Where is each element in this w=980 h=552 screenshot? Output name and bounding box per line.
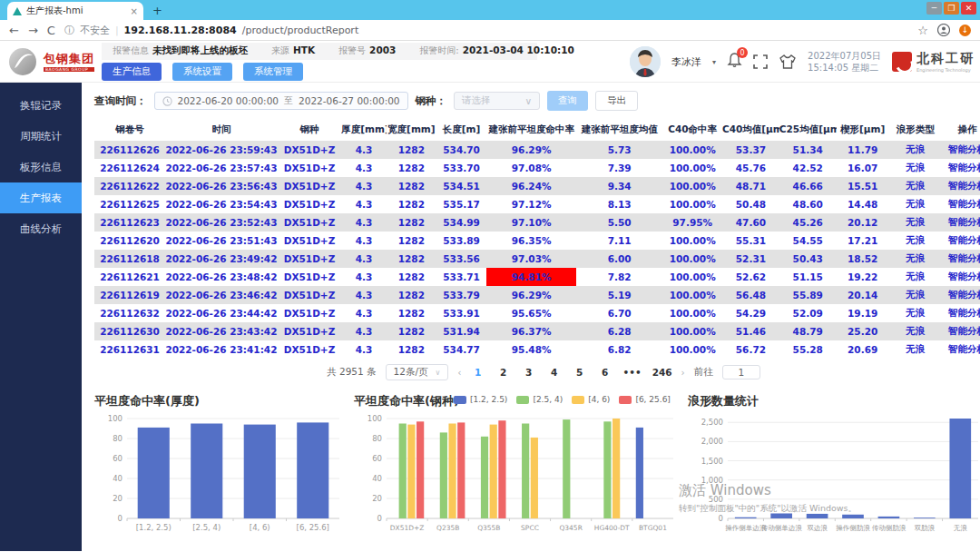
avatar[interactable] [630,46,661,77]
table-cell: 100.00% [662,177,722,195]
page-number-•••[interactable]: ••• [623,367,642,378]
user-caret-icon[interactable]: ▾ [712,58,716,66]
svg-text:0: 0 [719,514,723,523]
fullscreen-icon[interactable] [753,54,768,69]
table-cell: 1282 [387,286,436,304]
next-page-button[interactable]: › [681,367,685,378]
page-number-3[interactable]: 3 [522,367,536,378]
alarm-info: 报警信息未找到即将上线的板坯 [113,44,248,57]
svg-text:80: 80 [113,434,122,443]
sidebar-item-3[interactable]: 生产报表 [0,182,82,213]
forward-icon[interactable]: → [28,24,38,37]
table-cell: 534.51 [436,177,486,195]
table-cell: 无浪 [889,232,942,250]
page-number-2[interactable]: 2 [496,367,511,378]
legend-item[interactable]: [6, 25.6] [619,395,671,404]
username[interactable]: 李冰洋 [671,55,701,69]
alarm-source: 来源HTK [271,44,315,57]
browser-update-icon[interactable]: ↓ [959,25,971,36]
table-cell: 6.00 [576,250,662,268]
table-cell: 1282 [387,340,436,359]
goto-page-input[interactable]: 1 [722,365,760,380]
page-number-1[interactable]: 1 [471,367,485,378]
column-header: 浪形类型 [889,119,942,141]
smart-analysis-link[interactable]: 智能分析 [942,159,980,177]
back-icon[interactable]: ← [9,24,19,37]
table-cell: 226112625 [94,195,165,213]
svg-text:500: 500 [709,495,723,504]
window-minimize-button[interactable]: ─ [926,2,942,15]
new-tab-button[interactable]: + [152,4,162,20]
page-number-6[interactable]: 6 [598,367,612,378]
page-number-5[interactable]: 5 [573,367,587,378]
smart-analysis-link[interactable]: 智能分析 [942,213,980,232]
table-cell: 4.3 [341,286,387,304]
window-close-button[interactable]: ✕ [961,2,976,15]
window-maximize-button[interactable]: ❐ [944,2,959,15]
tab-close-icon[interactable]: × [131,6,138,16]
smart-analysis-link[interactable]: 智能分析 [942,340,980,359]
table-cell: 55.89 [779,286,837,304]
query-time-label: 查询时间： [94,94,147,108]
legend-item[interactable]: [4, 6) [572,395,610,404]
sidebar-item-1[interactable]: 周期统计 [0,121,82,152]
legend-item[interactable]: [2.5, 4) [516,395,563,404]
nav-button-0[interactable]: 生产信息 [102,63,162,81]
table-cell: 14.48 [837,195,889,213]
table-cell: 50.48 [722,195,779,213]
smart-analysis-link[interactable]: 智能分析 [942,177,980,195]
page-number-246[interactable]: 246 [652,367,672,378]
prev-page-button[interactable]: ‹ [457,367,461,378]
smart-analysis-link[interactable]: 智能分析 [942,195,980,213]
table-cell: 4.3 [341,268,387,286]
smart-analysis-link[interactable]: 智能分析 [942,232,980,250]
page-size-select[interactable]: 12条/页 ∨ [386,364,449,380]
date-range-input[interactable]: 2022-06-20 00:00:00 至 2022-06-27 00:00:0… [154,92,408,110]
table-cell: 无浪 [889,213,942,232]
svg-text:无浪: 无浪 [954,524,968,532]
svg-text:双边浪: 双边浪 [807,524,828,532]
address-bar[interactable]: ⓘ 不安全 | 192.168.11.28:8084/product/produ… [64,24,908,37]
smart-analysis-link[interactable]: 智能分析 [942,304,980,322]
table-cell: 533.56 [436,250,486,268]
table-cell: 无浪 [889,141,942,159]
refresh-icon[interactable]: C [47,24,55,37]
shirt-icon[interactable] [779,54,797,70]
notification-bell[interactable]: 0 [727,52,742,72]
legend-item[interactable]: [1.2, 2.5) [454,395,507,404]
datetime: 2022年07月05日 15:14:05 星期二 [808,50,881,74]
info-icon[interactable]: ⓘ [64,24,74,37]
smart-analysis-link[interactable]: 智能分析 [942,268,980,286]
smart-analysis-link[interactable]: 智能分析 [942,250,980,268]
clock-icon [162,96,172,106]
smart-analysis-link[interactable]: 智能分析 [942,286,980,304]
table-cell: 50.43 [779,250,837,268]
page-number-4[interactable]: 4 [547,367,562,378]
sidebar-item-4[interactable]: 曲线分析 [0,213,82,244]
browser-tab[interactable]: 生产报表-hmi × [7,2,143,20]
date-to[interactable]: 2022-06-27 00:00:00 [299,95,400,106]
smart-analysis-link[interactable]: 智能分析 [942,322,980,340]
table-cell: 100.00% [662,304,722,322]
smart-analysis-link[interactable]: 智能分析 [942,141,980,159]
column-header: 建张前平坦度均值 [576,119,662,141]
date-from[interactable]: 2022-06-20 00:00:00 [178,95,279,106]
search-button[interactable]: 查询 [547,91,588,111]
table-cell: DX51D+Z [278,141,341,159]
sidebar-item-2[interactable]: 板形信息 [0,152,82,182]
table-cell: 226112624 [94,159,165,177]
table-cell: 1282 [387,268,436,286]
nav-button-1[interactable]: 系统设置 [172,63,232,81]
sidebar-item-0[interactable]: 换辊记录 [0,90,82,121]
bookmark-star-icon[interactable]: ☆ [917,24,928,37]
table-cell: 226112632 [94,304,165,322]
table-cell: DX51D+Z [278,286,341,304]
svg-text:DX51D+Z: DX51D+Z [390,524,425,532]
steel-type-select[interactable]: 请选择 ∨ [454,92,540,110]
profile-icon[interactable] [937,24,950,36]
svg-text:80: 80 [372,434,382,443]
nav-button-2[interactable]: 系统管理 [243,63,303,81]
export-button[interactable]: 导出 [595,91,638,111]
table-cell: 7.82 [576,268,662,286]
table-cell: 97.03% [486,250,576,268]
